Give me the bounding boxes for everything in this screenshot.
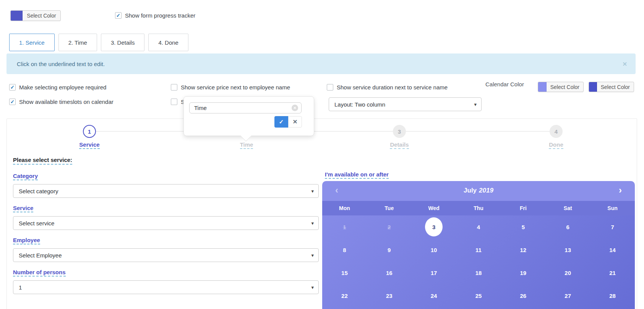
checkbox[interactable] — [9, 84, 16, 91]
checkbox-label: Make selecting employee required — [19, 84, 106, 91]
calendar-day[interactable]: 1 — [322, 215, 367, 238]
day-number: 6 — [566, 224, 569, 230]
form-heading-editable[interactable]: Please select service: — [13, 157, 72, 165]
show-progress-tracker-option[interactable]: Show form progress tracker — [115, 13, 195, 18]
calendar-color-label: Calendar Color — [485, 81, 524, 87]
field-label-editable[interactable]: Employee — [13, 237, 40, 244]
checkbox[interactable] — [171, 84, 177, 91]
calendar-day[interactable]: 6 — [545, 215, 590, 238]
day-number: 2 — [388, 224, 391, 230]
day-number: 21 — [609, 270, 616, 276]
weekday-label: Tue — [367, 201, 412, 215]
calendar-day[interactable]: 21 — [590, 261, 635, 284]
tab[interactable]: 3. Details — [101, 34, 145, 51]
calendar-day[interactable]: 7 — [590, 215, 635, 238]
tab-label: 4. Done — [158, 39, 178, 46]
layout-select-value: Layout: Two column — [334, 101, 385, 108]
calendar-year: 2019 — [479, 187, 493, 194]
calendar-color-dark-button[interactable]: Select Color — [589, 82, 634, 92]
tab[interactable]: 4. Done — [148, 34, 188, 51]
field-select-value: 1 — [19, 284, 22, 291]
option-row[interactable]: Show service duration next to service na… — [327, 84, 448, 90]
calendar-day[interactable]: 28 — [590, 284, 635, 307]
edit-label-input[interactable] — [189, 102, 302, 113]
calendar-day[interactable]: 20 — [545, 261, 590, 284]
calendar-day[interactable]: 27 — [545, 284, 590, 307]
step-label-editable[interactable]: Service — [79, 141, 99, 149]
next-month-icon[interactable]: › — [619, 185, 622, 195]
calendar-day[interactable]: 4 — [456, 215, 501, 238]
calendar-header: ‹ July2019 › — [322, 181, 635, 201]
calendar-day[interactable]: 12 — [501, 238, 545, 261]
color-swatch — [589, 82, 597, 92]
calendar-day[interactable]: 15 — [322, 261, 367, 284]
checkbox[interactable] — [327, 84, 333, 91]
check-icon: ✓ — [279, 118, 284, 125]
calendar-day[interactable]: 25 — [456, 284, 501, 307]
field-label-editable[interactable]: Category — [13, 173, 38, 180]
option-row[interactable]: Make selecting employee required — [9, 84, 114, 90]
step-tabs: 1. Service 2. Time 3. Details 4. Done — [9, 34, 188, 51]
calendar-title: July2019 — [322, 187, 635, 194]
step-label-editable[interactable]: Details — [390, 141, 409, 149]
field-select-value: Select category — [19, 188, 58, 194]
day-number: 9 — [388, 247, 391, 253]
calendar-day[interactable]: 23 — [367, 284, 412, 307]
calendar-day[interactable]: 8 — [322, 238, 367, 261]
step-label-editable[interactable]: Done — [549, 141, 563, 149]
step-label-editable[interactable]: Time — [240, 141, 253, 149]
day-number: 13 — [565, 247, 571, 253]
layout-select[interactable]: Layout: Two column — [329, 97, 482, 111]
field-select-value: Select Employee — [19, 252, 62, 259]
checkbox-label: Show service duration next to service na… — [337, 84, 448, 91]
confirm-button[interactable]: ✓ — [274, 116, 288, 128]
tab[interactable]: 2. Time — [58, 34, 97, 51]
calendar-day[interactable]: 13 — [545, 238, 590, 261]
form-color-select-button[interactable]: Select Color — [10, 10, 61, 21]
day-number: 24 — [431, 293, 437, 299]
calendar-day[interactable]: 22 — [322, 284, 367, 307]
stepper-connector-line — [89, 131, 556, 132]
info-notice: Click on the underlined text to edit. ✕ — [6, 53, 636, 74]
checkbox[interactable] — [171, 99, 177, 105]
calendar-day[interactable]: 24 — [412, 284, 456, 307]
date-picker-calendar: ‹ July2019 › Mon Tue Wed Thu Fri Sat Sun — [322, 181, 635, 309]
availability-label-editable[interactable]: I'm available on or after — [325, 171, 389, 179]
checkbox[interactable] — [115, 12, 122, 19]
calendar-day[interactable]: 14 — [590, 238, 635, 261]
select-color-label: Select Color — [597, 82, 634, 92]
calendar-day[interactable]: 10 — [412, 238, 456, 261]
checkbox-label: Show available timeslots on calendar — [19, 99, 114, 105]
tab[interactable]: 1. Service — [9, 34, 55, 51]
form-field: Number of persons 1 — [13, 269, 319, 294]
tab-label: 1. Service — [19, 39, 45, 46]
close-icon[interactable]: ✕ — [622, 61, 627, 68]
cancel-button[interactable]: ✕ — [288, 116, 302, 128]
calendar-day[interactable]: 3 — [412, 215, 456, 238]
checkbox[interactable] — [9, 99, 16, 105]
calendar-day[interactable]: 18 — [456, 261, 501, 284]
day-number: 16 — [386, 270, 393, 276]
calendar-day[interactable]: 2 — [367, 215, 412, 238]
option-row[interactable]: Show available timeslots on calendar — [9, 99, 114, 105]
calendar-day[interactable]: 11 — [456, 238, 501, 261]
calendar-day[interactable]: 19 — [501, 261, 545, 284]
field-select[interactable]: Select category — [13, 184, 319, 198]
field-select[interactable]: 1 — [13, 280, 319, 294]
clear-input-icon[interactable]: ✕ — [292, 105, 298, 111]
weekday-label: Sat — [545, 201, 590, 215]
day-number: 11 — [475, 247, 482, 253]
option-row[interactable]: Show service price next to employee name — [171, 84, 290, 90]
calendar-day[interactable]: 5 — [501, 215, 545, 238]
calendar-day[interactable]: 26 — [501, 284, 545, 307]
calendar-color-light-button[interactable]: Select Color — [538, 82, 584, 92]
field-select[interactable]: Select service — [13, 216, 319, 230]
tab-label: 3. Details — [111, 39, 135, 46]
field-label-editable[interactable]: Number of persons — [13, 269, 66, 277]
calendar-day[interactable]: 17 — [412, 261, 456, 284]
day-number: 1 — [343, 224, 346, 230]
calendar-day[interactable]: 16 — [367, 261, 412, 284]
field-label-editable[interactable]: Service — [13, 205, 33, 212]
calendar-day[interactable]: 9 — [367, 238, 412, 261]
field-select[interactable]: Select Employee — [13, 248, 319, 262]
